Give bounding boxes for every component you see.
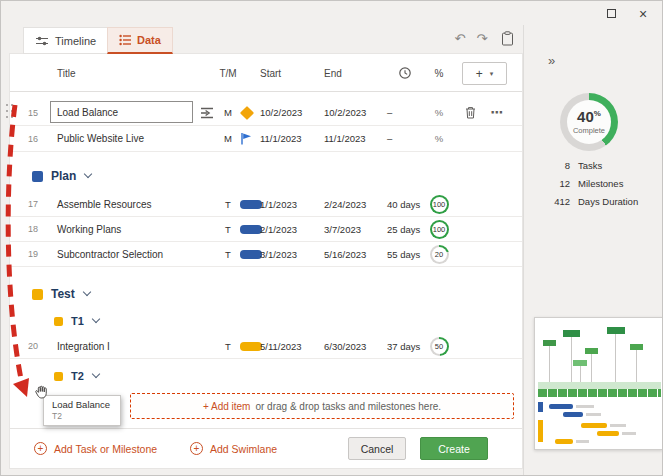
- swimlane-plan[interactable]: Plan: [10, 162, 522, 190]
- swimlane-color-chip[interactable]: [54, 317, 63, 326]
- title-cell[interactable]: Working Plans: [57, 217, 121, 241]
- header-divider: [10, 91, 522, 92]
- milestone-diamond-icon: [240, 105, 254, 119]
- row-number: 16: [16, 126, 38, 151]
- indent-button[interactable]: [198, 100, 216, 125]
- maximize-button[interactable]: [602, 5, 620, 22]
- column-header-start[interactable]: Start: [260, 60, 281, 86]
- start-cell[interactable]: 5/11/2023: [260, 334, 302, 358]
- swimlane-label[interactable]: Test: [51, 287, 75, 301]
- percent-complete-badge[interactable]: 100: [430, 195, 449, 214]
- data-list-icon: [119, 34, 131, 46]
- more-options-button[interactable]: ⋯: [486, 100, 508, 125]
- milestone-flag-icon: [240, 132, 252, 145]
- tm-cell[interactable]: M: [216, 100, 240, 125]
- paste-button[interactable]: [497, 28, 517, 48]
- percent-cell[interactable]: 50: [425, 334, 453, 358]
- close-icon: ×: [639, 7, 647, 21]
- swimlane-color-chip[interactable]: [32, 289, 43, 300]
- collapse-sidebar-button[interactable]: »: [548, 53, 555, 68]
- stat-label: Days Duration: [578, 196, 638, 207]
- create-button[interactable]: Create: [420, 437, 488, 460]
- row-number: 18: [16, 217, 38, 241]
- percent-complete-badge[interactable]: 50: [430, 337, 449, 356]
- title-cell[interactable]: Assemble Resources: [57, 192, 151, 216]
- stat-tasks: 8 Tasks: [540, 157, 602, 173]
- start-cell[interactable]: 10/2/2023: [260, 100, 302, 125]
- percent-cell[interactable]: 100: [425, 217, 453, 241]
- end-cell[interactable]: 5/16/2023: [324, 242, 366, 266]
- add-swimlane-button[interactable]: + Add Swimlane: [190, 429, 277, 468]
- end-cell[interactable]: 10/2/2023: [324, 100, 366, 125]
- undo-icon: ↶: [455, 31, 466, 46]
- swimlane-test[interactable]: Test: [10, 280, 522, 308]
- task-bar-icon: [240, 200, 262, 209]
- title-cell[interactable]: Public Website Live: [57, 126, 144, 151]
- close-button[interactable]: ×: [634, 5, 652, 22]
- tm-cell[interactable]: M: [216, 126, 240, 151]
- column-header-end[interactable]: End: [324, 60, 342, 86]
- chevron-down-icon[interactable]: [92, 370, 100, 378]
- percent-cell[interactable]: 20: [425, 242, 453, 266]
- end-cell[interactable]: 2/24/2023: [324, 192, 366, 216]
- column-header-tm[interactable]: T/M: [216, 60, 240, 86]
- task-bar-icon: [240, 342, 262, 351]
- start-cell[interactable]: 2/1/2023: [260, 217, 297, 241]
- swimlane-color-chip[interactable]: [54, 372, 63, 381]
- cancel-button[interactable]: Cancel: [348, 437, 406, 460]
- chevron-down-icon[interactable]: [92, 315, 100, 323]
- chevron-down-icon[interactable]: [84, 170, 92, 178]
- stat-duration: 412 Days Duration: [540, 193, 638, 209]
- thumbnail-shape: [576, 405, 594, 408]
- sub-swimlane-t1[interactable]: T1: [10, 311, 522, 331]
- swimlane-color-chip[interactable]: [32, 171, 43, 182]
- duration-clock-icon[interactable]: [398, 66, 412, 84]
- start-cell[interactable]: 3/1/2023: [260, 242, 297, 266]
- column-header-title[interactable]: Title: [57, 60, 76, 86]
- tm-cell[interactable]: T: [216, 192, 240, 216]
- title-cell[interactable]: Integration I: [57, 334, 110, 358]
- drag-handle[interactable]: [4, 102, 15, 122]
- clipboard-icon: [501, 31, 514, 46]
- tab-data[interactable]: Data: [107, 27, 173, 54]
- swimlane-label[interactable]: T2: [71, 370, 84, 382]
- more-icon: ⋯: [491, 105, 504, 120]
- tm-cell[interactable]: T: [216, 242, 240, 266]
- start-cell[interactable]: 11/1/2023: [260, 126, 302, 151]
- undo-button[interactable]: ↶: [450, 28, 470, 48]
- title-cell[interactable]: Subcontractor Selection: [57, 242, 163, 266]
- tab-timeline[interactable]: Timeline: [23, 27, 108, 54]
- chevron-down-icon: ▾: [490, 70, 494, 78]
- add-swimlane-label: Add Swimlane: [210, 443, 277, 455]
- chevron-down-icon[interactable]: [83, 288, 91, 296]
- thumbnail-timeband: [538, 382, 661, 389]
- end-cell[interactable]: 11/1/2023: [324, 126, 366, 151]
- start-cell[interactable]: 1/1/2023: [260, 192, 297, 216]
- stat-value: 412: [540, 196, 570, 207]
- end-cell[interactable]: 6/30/2023: [324, 334, 366, 358]
- percent-cell[interactable]: 100: [425, 192, 453, 216]
- thumbnail-shape: [622, 432, 636, 435]
- add-task-or-milestone-button[interactable]: + Add Task or Milestone: [34, 429, 157, 468]
- table-row-19: 19 Subcontractor Selection T 3/1/2023 5/…: [10, 242, 522, 267]
- add-column-button[interactable]: + ▾: [462, 62, 507, 85]
- tm-cell[interactable]: T: [216, 334, 240, 358]
- percent-complete-badge[interactable]: 100: [430, 220, 449, 239]
- tm-cell[interactable]: T: [216, 217, 240, 241]
- swimlane-label[interactable]: Plan: [51, 169, 76, 183]
- title-input[interactable]: [50, 101, 193, 123]
- add-item-link[interactable]: + Add item: [203, 401, 251, 412]
- sub-swimlane-t2[interactable]: T2: [10, 366, 522, 386]
- percent-complete-badge[interactable]: 20: [430, 245, 449, 264]
- column-header-percent[interactable]: %: [429, 60, 449, 86]
- percent-cell[interactable]: %: [425, 100, 453, 125]
- swimlane-label[interactable]: T1: [71, 315, 84, 327]
- drop-target-zone[interactable]: + Add item or drag & drop tasks and mile…: [130, 393, 514, 419]
- drag-ghost-title: Load Balance: [52, 400, 112, 410]
- delete-row-button[interactable]: [462, 100, 478, 125]
- redo-button[interactable]: ↷: [472, 28, 492, 48]
- end-cell[interactable]: 3/7/2023: [324, 217, 361, 241]
- row-number: 20: [16, 334, 38, 358]
- percent-cell[interactable]: %: [425, 126, 453, 151]
- timeline-preview-thumbnail[interactable]: [534, 317, 663, 450]
